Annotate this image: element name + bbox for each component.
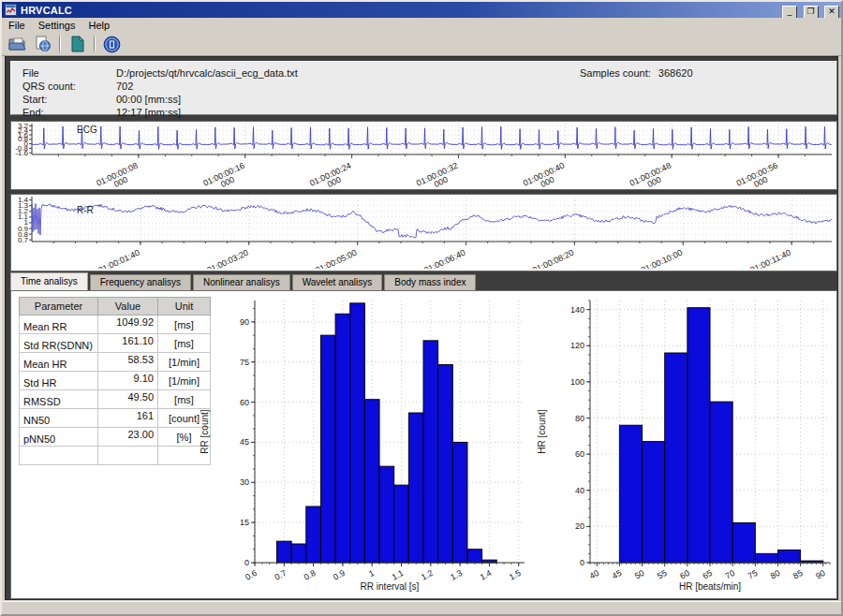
column-header-value: Value	[98, 298, 158, 315]
svg-text:01:00:08:20: 01:00:08:20	[531, 248, 575, 269]
close-button[interactable]: ✕	[824, 6, 839, 19]
svg-text:ECG: ECG	[77, 125, 97, 135]
info-label: Start:	[22, 93, 116, 106]
info-value: 12:17 [mm:ss]	[116, 107, 181, 118]
svg-text:90: 90	[814, 568, 827, 581]
menu-item-file[interactable]: File	[2, 19, 32, 32]
toolbar	[2, 33, 841, 56]
tab-time-analisys[interactable]: Time analisys	[10, 272, 88, 290]
tab-body-mass-index[interactable]: Body mass index	[384, 274, 476, 290]
table-row-nn50[interactable]: NN50161[count]	[20, 409, 211, 428]
tab-frequency-analisys[interactable]: Frequency analisys	[90, 274, 191, 290]
svg-text:45: 45	[611, 568, 624, 581]
svg-text:0.7: 0.7	[18, 236, 29, 244]
parameter-cell: Std RR(SDNN)	[20, 334, 98, 353]
globe-document-icon	[34, 36, 52, 52]
svg-text:0: 0	[580, 558, 584, 567]
report-button[interactable]	[65, 34, 90, 54]
svg-text:0.6: 0.6	[244, 568, 259, 582]
svg-text:70: 70	[724, 568, 737, 581]
table-row-std-hr[interactable]: Std HR9.10[1/min]	[20, 372, 211, 390]
menu-item-settings[interactable]: Settings	[32, 19, 82, 32]
info-row: Start:00:00 [mm:ss]	[22, 93, 836, 106]
main-area: FileD:/projects/qt/hrvcalc/ascii_ecg_dat…	[5, 56, 838, 600]
svg-text:1.4: 1.4	[479, 568, 494, 582]
tab-nonlinear-analisys[interactable]: Nonlinear analisys	[193, 274, 290, 290]
table-row-pnn50[interactable]: pNN5023.00[%]	[20, 428, 211, 447]
app-window: { "window": { "title": "HRVCALC", "contr…	[0, 0, 843, 616]
info-label: End:	[22, 106, 116, 119]
svg-text:75: 75	[240, 358, 249, 367]
open-file-button[interactable]	[5, 34, 30, 54]
svg-text:01:00:01:40: 01:00:01:40	[96, 248, 140, 269]
svg-text:0: 0	[244, 558, 249, 567]
file-info-rows: FileD:/projects/qt/hrvcalc/ascii_ecg_dat…	[11, 66, 836, 119]
info-label: File	[22, 66, 116, 80]
menu-item-help[interactable]: Help	[81, 19, 116, 32]
restore-button[interactable]: ❐	[804, 6, 819, 19]
window-controls: _ ❐ ✕	[780, 1, 839, 19]
rr-histogram-chart: 01530456075900.60.70.80.911.11.21.31.41.…	[197, 293, 534, 596]
svg-text:RR interval [s]: RR interval [s]	[361, 581, 420, 592]
info-value: 702	[116, 81, 133, 92]
open-folder-icon	[8, 36, 27, 52]
app-icon	[5, 4, 17, 16]
svg-text:100: 100	[570, 377, 584, 387]
table-row-mean-rr[interactable]: Mean RR1049.92[ms]	[20, 315, 211, 334]
toolbar-separator	[59, 36, 61, 52]
window-title: HRVCALC	[21, 5, 780, 16]
svg-text:30: 30	[240, 477, 249, 487]
svg-text:80: 80	[769, 568, 782, 581]
exit-icon	[103, 36, 121, 53]
value-cell: 161.10	[98, 334, 158, 353]
rr-tachogram-chart: 1.41.31.21.110.90.80.701:00:01:4001:00:0…	[11, 195, 835, 269]
svg-text:1.3: 1.3	[449, 568, 464, 582]
svg-text:90: 90	[240, 317, 249, 327]
svg-text:140: 140	[570, 305, 584, 315]
svg-text:20: 20	[575, 521, 584, 531]
value-cell: 49.50	[98, 390, 158, 409]
svg-text:1: 1	[367, 568, 376, 579]
tab-wavelet-analisys[interactable]: Wavelet analisys	[292, 274, 383, 290]
value-cell: 23.00	[98, 428, 158, 447]
svg-text:50: 50	[633, 568, 646, 581]
info-value: 00:00 [mm:ss]	[116, 94, 181, 105]
svg-text:HR [count]: HR [count]	[537, 409, 547, 453]
exit-button[interactable]	[99, 34, 125, 54]
svg-text:80: 80	[575, 414, 584, 423]
svg-text:60: 60	[240, 398, 249, 407]
value-cell: 161	[98, 409, 158, 428]
samples-count: Samples count:368620	[580, 66, 693, 80]
value-cell: 9.10	[98, 372, 158, 390]
samples-count-label: Samples count:	[580, 67, 651, 79]
table-row-mean-hr[interactable]: Mean HR58.53[1/min]	[20, 353, 211, 372]
svg-text:75: 75	[747, 568, 760, 581]
svg-text:01:00:10:00: 01:00:10:00	[640, 248, 684, 269]
info-value: D:/projects/qt/hrvcalc/ascii_ecg_data.tx…	[116, 67, 298, 79]
samples-count-value: 368620	[658, 67, 693, 79]
table-row-std-rr-sdnn-[interactable]: Std RR(SDNN)161.10[ms]	[20, 334, 211, 353]
svg-text:65: 65	[701, 568, 714, 581]
parameter-cell: Std HR	[20, 372, 98, 390]
parameter-cell: Mean HR	[20, 353, 98, 372]
svg-text:RR [count]: RR [count]	[200, 409, 210, 453]
toolbar-separator	[94, 36, 96, 52]
column-header-parameter: Parameter	[20, 298, 98, 315]
svg-text:HR [beats/min]: HR [beats/min]	[679, 581, 741, 592]
value-cell: 1049.92	[98, 315, 158, 334]
svg-text:0.7: 0.7	[273, 568, 288, 582]
svg-text:40: 40	[588, 568, 601, 581]
svg-text:1.5: 1.5	[508, 568, 523, 582]
parameter-cell: Mean RR	[20, 315, 98, 334]
file-info-panel: FileD:/projects/qt/hrvcalc/ascii_ecg_dat…	[10, 61, 837, 115]
status-bar	[2, 601, 841, 614]
table-row-rmssd[interactable]: RMSSD49.50[ms]	[20, 390, 211, 409]
open-url-button[interactable]	[30, 34, 55, 54]
svg-text:60: 60	[678, 568, 691, 581]
minimize-button[interactable]: _	[782, 6, 797, 19]
svg-text:R-R: R-R	[77, 205, 94, 215]
svg-text:1.1: 1.1	[391, 568, 406, 582]
value-cell: 58.53	[98, 353, 158, 372]
svg-text:55: 55	[656, 568, 669, 581]
parameter-cell: RMSSD	[20, 390, 98, 409]
